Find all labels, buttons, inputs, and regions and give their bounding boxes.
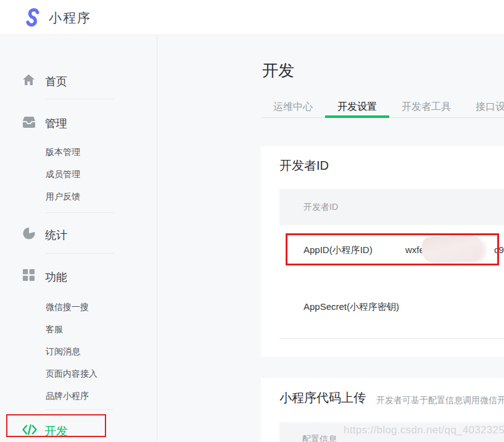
code-upload-description: 开发者可基于配置信息调用微信开: [376, 395, 504, 406]
code-icon: [22, 424, 37, 435]
divider: [46, 212, 114, 213]
config-info-table-header-label: 配置信息: [302, 434, 337, 442]
miniprogram-logo-icon[interactable]: [22, 7, 43, 28]
home-icon: [23, 74, 35, 86]
appsecret-label: AppSecret(小程序密钥): [304, 275, 399, 339]
sidebar-item-dev[interactable]: 开发: [44, 423, 68, 440]
code-upload-card-title: 小程序代码上传: [279, 390, 366, 406]
sidebar-item-wechat-search[interactable]: 微信搜一搜: [46, 302, 89, 313]
top-header: 小程序: [0, 0, 504, 35]
sidebar-item-member-manage[interactable]: 成员管理: [46, 169, 80, 180]
sidebar-item-stats[interactable]: 统计: [45, 228, 67, 243]
divider: [46, 99, 114, 99]
appsecret-row: AppSecret(小程序密钥): [279, 275, 504, 339]
tab-api-settings[interactable]: 接口设置: [463, 99, 504, 118]
developer-id-card: 开发者ID 开发者ID AppID(小程序ID) wxfe c9c AppSec…: [261, 146, 504, 357]
appid-label: AppID(小程序ID): [304, 225, 373, 275]
tab-ops-center[interactable]: 运维中心: [261, 99, 325, 118]
dev-tabbar: 运维中心 开发设置 开发者工具 接口设置: [261, 99, 504, 118]
divider: [46, 409, 114, 410]
sidebar-item-version-manage[interactable]: 版本管理: [46, 147, 80, 158]
tab-dev-settings[interactable]: 开发设置: [325, 99, 389, 118]
miniprogram-console-page: 小程序 首页 管理 版本管理 成员管理 用户反馈 统计 功能 微信搜一搜 客服 …: [0, 0, 504, 442]
sidebar-item-features[interactable]: 功能: [45, 270, 67, 285]
developer-id-table-header: 开发者ID: [279, 189, 504, 225]
sidebar-item-page-content[interactable]: 页面内容接入: [46, 369, 97, 380]
sidebar-item-customer-service[interactable]: 客服: [46, 324, 63, 335]
pie-chart-icon: [23, 227, 35, 240]
sidebar-item-user-feedback[interactable]: 用户反馈: [46, 191, 80, 202]
grid-icon: [23, 269, 35, 281]
developer-id-table-header-label: 开发者ID: [304, 189, 338, 225]
app-title: 小程序: [49, 0, 91, 35]
sidebar-item-subscribe-message[interactable]: 订阅消息: [46, 346, 80, 357]
sidebar-divider: [157, 36, 157, 442]
redaction-smudge: [421, 236, 482, 263]
page-title: 开发: [262, 60, 294, 81]
appid-value-suffix: c9c: [494, 225, 504, 275]
inbox-icon: [23, 117, 35, 128]
tab-dev-tools[interactable]: 开发者工具: [389, 99, 463, 118]
developer-id-card-title: 开发者ID: [279, 157, 329, 174]
divider: [46, 253, 114, 254]
config-info-table-header: 配置信息: [279, 422, 504, 442]
sidebar-item-home[interactable]: 首页: [45, 74, 67, 89]
sidebar-item-manage[interactable]: 管理: [45, 116, 67, 131]
sidebar-item-brand-miniprogram[interactable]: 品牌小程序: [46, 391, 89, 402]
appid-row: AppID(小程序ID) wxfe c9c: [279, 225, 504, 275]
code-upload-card: 小程序代码上传 开发者可基于配置信息调用微信开 配置信息: [261, 378, 504, 442]
